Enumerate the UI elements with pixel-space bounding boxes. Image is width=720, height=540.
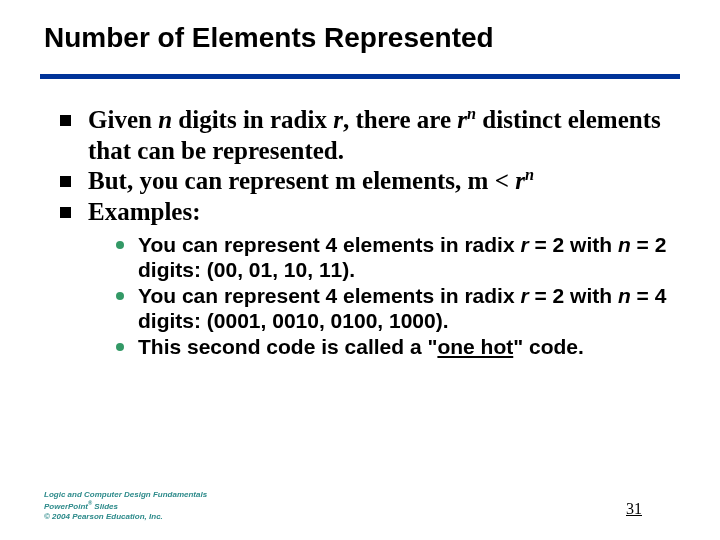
text: digits in radix	[172, 106, 333, 133]
bullet-3: Examples: You can represent 4 elements i…	[60, 197, 670, 360]
sub-list: You can represent 4 elements in radix r …	[88, 232, 670, 360]
slide: Number of Elements Represented Given n d…	[0, 0, 720, 540]
var-r: r	[520, 233, 528, 256]
bullet-2: But, you can represent m elements, m < r…	[60, 166, 670, 197]
text: = 2 with	[529, 284, 618, 307]
sub-bullet-2: You can represent 4 elements in radix r …	[116, 283, 670, 334]
text: This second code is called a "	[138, 335, 437, 358]
sub-bullet-1: You can represent 4 elements in radix r …	[116, 232, 670, 283]
title-rule	[40, 74, 680, 79]
credit-line-3: © 2004 Pearson Education, Inc.	[44, 512, 207, 522]
text: = 2 with	[529, 233, 618, 256]
slide-body: Given n digits in radix r, there are rn …	[60, 105, 670, 360]
text: PowerPoint	[44, 502, 88, 511]
footer-credit: Logic and Computer Design Fundamentals P…	[44, 490, 207, 522]
var-n: n	[618, 233, 631, 256]
var-r: r	[515, 168, 525, 195]
text: Examples:	[88, 198, 201, 225]
bullet-1: Given n digits in radix r, there are rn …	[60, 105, 670, 166]
var-r: r	[457, 106, 467, 133]
page-number: 31	[626, 500, 642, 518]
var-r: r	[520, 284, 528, 307]
text: " code.	[513, 335, 584, 358]
exponent-n: n	[525, 166, 534, 184]
text: Slides	[92, 502, 118, 511]
slide-title: Number of Elements Represented	[44, 22, 494, 54]
sub-bullet-3: This second code is called a "one hot" c…	[116, 334, 670, 360]
text: You can represent 4 elements in radix	[138, 233, 520, 256]
var-n: n	[618, 284, 631, 307]
one-hot-term: one hot	[437, 335, 513, 358]
text: Given	[88, 106, 158, 133]
var-n: n	[158, 106, 172, 133]
text: But, you can represent m elements, m <	[88, 168, 515, 195]
text: , there are	[343, 106, 457, 133]
credit-line-2: PowerPoint® Slides	[44, 500, 207, 512]
text: You can represent 4 elements in radix	[138, 284, 520, 307]
bullet-list: Given n digits in radix r, there are rn …	[60, 105, 670, 360]
var-r: r	[333, 106, 343, 133]
exponent-n: n	[467, 105, 476, 123]
credit-line-1: Logic and Computer Design Fundamentals	[44, 490, 207, 500]
